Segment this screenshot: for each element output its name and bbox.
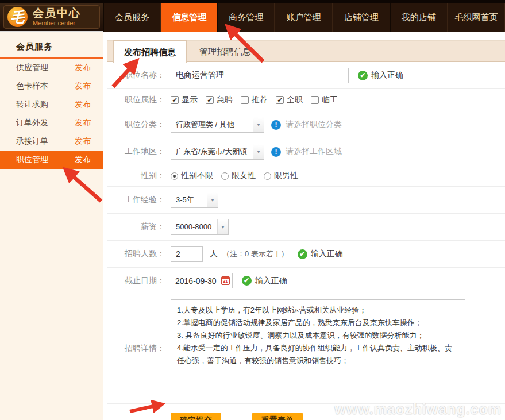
radio-gender-any[interactable] — [171, 172, 178, 180]
sidebar-item-label: 订单外发 — [16, 118, 48, 128]
deadline-input[interactable]: 2016-09-30 31 — [171, 273, 233, 288]
chevron-down-icon[interactable]: ▼ — [217, 219, 228, 234]
checkbox-label: 显示 — [182, 95, 198, 105]
select-value: 行政管理类 / 其他 — [171, 117, 253, 132]
checkbox-recommend[interactable] — [241, 96, 249, 104]
job-category-label: 职位分类： — [107, 120, 171, 130]
sidebar-item-label: 供应管理 — [16, 63, 48, 73]
row-job-name: 职位名称： ✔ 输入正确 — [107, 62, 505, 89]
reset-button[interactable]: 重置表单 — [252, 413, 303, 420]
publish-link[interactable]: 发布 — [75, 99, 91, 110]
checkbox-label: 急聘 — [217, 95, 233, 105]
status-text: 输入正确 — [371, 70, 403, 80]
experience-select[interactable]: 3-5年 ▼ — [171, 192, 218, 208]
checkbox-label: 推荐 — [252, 95, 268, 105]
main-content: 发布招聘信息 管理招聘信息 职位名称： ✔ 输入正确 职位属性： ✔ 显示 ✔ … — [107, 32, 505, 420]
checkbox-temp[interactable] — [311, 96, 319, 104]
submit-button[interactable]: 确定提交 — [171, 413, 221, 420]
headcount-input[interactable] — [171, 246, 203, 262]
sidebar-item-job-management[interactable]: 职位管理 发布 — [0, 151, 103, 169]
nav-item-business-management[interactable]: 商务管理 — [217, 3, 275, 32]
sidebar-item-color-card[interactable]: 色卡样本 发布 — [0, 77, 103, 95]
publish-link[interactable]: 发布 — [75, 118, 91, 128]
hint-text: 请选择工作区域 — [286, 147, 342, 157]
row-job-category: 职位分类： 行政管理类 / 其他 ▼ ! 请选择职位分类 — [107, 111, 505, 138]
chevron-down-icon[interactable]: ▼ — [253, 144, 264, 159]
nav-item-site-home[interactable]: 毛织网首页 — [448, 3, 505, 32]
row-salary: 薪资： 5000-8000 ▼ — [107, 214, 505, 241]
salary-label: 薪资： — [107, 222, 171, 232]
sidebar-item-order-outsource[interactable]: 订单外发 发布 — [0, 114, 103, 132]
radio-label: 限女性 — [232, 171, 256, 181]
info-circle-icon: ! — [271, 147, 281, 157]
details-label: 招聘详情： — [107, 344, 171, 354]
select-value: 5000-8000 — [171, 219, 217, 234]
publish-link[interactable]: 发布 — [75, 63, 91, 73]
tab-manage-job-info[interactable]: 管理招聘信息 — [189, 41, 261, 63]
headcount-note: （注：0 表示若干） — [222, 249, 288, 259]
sidebar-item-accept-order[interactable]: 承接订单 发布 — [0, 132, 103, 151]
chevron-down-icon[interactable]: ▼ — [253, 117, 264, 132]
experience-label: 工作经验： — [107, 195, 171, 205]
details-textarea[interactable]: 1.大专及以上学历，有2年以上网站运营或相关从业经验； 2.掌握电商的促销活动规… — [171, 299, 465, 398]
job-category-hint: ! 请选择职位分类 — [271, 120, 342, 130]
sidebar-item-label: 职位管理 — [16, 155, 48, 165]
row-experience: 工作经验： 3-5年 ▼ — [107, 187, 505, 214]
sidebar: 会员服务 供应管理 发布 色卡样本 发布 转让求购 发布 订单外发 发布 承接订… — [0, 32, 103, 420]
sidebar-item-supply[interactable]: 供应管理 发布 — [0, 59, 103, 77]
check-icon: ✔ — [207, 97, 212, 104]
status-text: 输入正确 — [311, 249, 343, 259]
work-region-select[interactable]: 广东省/东莞市/大朗镇 ▼ — [171, 144, 264, 160]
checkbox-urgent[interactable]: ✔ — [206, 96, 214, 104]
gender-label: 性别： — [107, 171, 171, 181]
calendar-icon[interactable]: 31 — [221, 276, 230, 285]
sidebar-item-label: 承接订单 — [16, 136, 48, 147]
job-name-label: 职位名称： — [107, 70, 171, 80]
nav-item-shop-management[interactable]: 店铺管理 — [333, 3, 390, 32]
job-category-select[interactable]: 行政管理类 / 其他 ▼ — [171, 117, 264, 133]
radio-gender-female[interactable] — [221, 172, 229, 180]
job-name-input[interactable] — [171, 68, 349, 83]
nav-item-my-shop[interactable]: 我的店铺 — [390, 3, 448, 32]
nav-item-member-service[interactable]: 会员服务 — [103, 3, 161, 32]
row-details: 招聘详情： 1.大专及以上学历，有2年以上网站运营或相关从业经验； 2.掌握电商… — [107, 294, 505, 404]
top-navigation-bar: 毛 会员中心 Member center 会员服务 信息管理 商务管理 账户管理… — [0, 0, 505, 32]
work-region-label: 工作地区： — [107, 147, 171, 157]
deadline-status: ✔ 输入正确 — [242, 276, 287, 286]
radio-label: 限男性 — [274, 171, 298, 181]
select-value: 3-5年 — [171, 192, 207, 207]
salary-select[interactable]: 5000-8000 ▼ — [171, 219, 229, 235]
check-circle-icon: ✔ — [242, 276, 252, 286]
row-gender: 性别： 性别不限 限女性 限男性 — [107, 165, 505, 187]
sidebar-header: 会员服务 — [0, 32, 103, 59]
sidebar-item-transfer[interactable]: 转让求购 发布 — [0, 95, 103, 114]
job-name-status: ✔ 输入正确 — [358, 70, 403, 80]
chevron-down-icon[interactable]: ▼ — [207, 192, 218, 207]
nav-item-info-management[interactable]: 信息管理 — [161, 3, 217, 32]
logo-title: 会员中心 — [33, 7, 81, 20]
deadline-value: 2016-09-30 — [175, 276, 217, 286]
logo[interactable]: 毛 会员中心 Member center — [3, 5, 100, 29]
deadline-label: 截止日期： — [107, 276, 171, 286]
sidebar-item-label: 色卡样本 — [16, 81, 48, 91]
top-nav-menu: 会员服务 信息管理 商务管理 账户管理 店铺管理 我的店铺 毛织网首页 — [103, 3, 505, 32]
row-deadline: 截止日期： 2016-09-30 31 ✔ 输入正确 — [107, 268, 505, 294]
radio-gender-male[interactable] — [264, 172, 271, 180]
logo-icon: 毛 — [7, 7, 28, 27]
checkbox-label: 全职 — [287, 95, 303, 105]
select-value: 广东省/东莞市/大朗镇 — [171, 144, 253, 159]
publish-link[interactable]: 发布 — [75, 155, 91, 165]
tab-publish-job-info[interactable]: 发布招聘信息 — [113, 40, 187, 63]
headcount-status: ✔ 输入正确 — [298, 249, 343, 259]
logo-text: 会员中心 Member center — [33, 7, 81, 26]
radio-label: 性别不限 — [181, 171, 213, 181]
publish-link[interactable]: 发布 — [75, 136, 91, 147]
nav-item-account-management[interactable]: 账户管理 — [275, 3, 332, 32]
job-publish-form: 职位名称： ✔ 输入正确 职位属性： ✔ 显示 ✔ 急聘 推荐 ✔ 全职 临工 — [107, 62, 505, 420]
checkbox-label: 临工 — [322, 95, 338, 105]
logo-subtitle: Member center — [33, 20, 81, 26]
checkbox-show[interactable]: ✔ — [171, 96, 179, 104]
checkbox-fulltime[interactable]: ✔ — [276, 96, 284, 104]
publish-link[interactable]: 发布 — [75, 81, 91, 91]
check-circle-icon: ✔ — [358, 71, 368, 80]
